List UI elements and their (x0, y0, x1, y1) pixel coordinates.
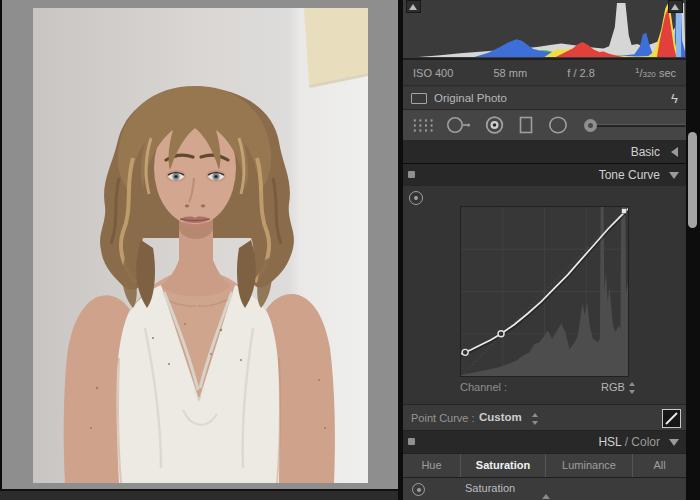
edit-point-curve-icon (663, 410, 680, 427)
tone-curve-plot[interactable] (460, 206, 629, 377)
tab-saturation[interactable]: Saturation (461, 454, 546, 477)
saturation-section-label: Saturation (465, 482, 515, 494)
filmstrip-top-bar (0, 489, 398, 500)
channel-updown-icon[interactable] (628, 382, 636, 394)
panel-content: ISO 400 58 mm f / 2.8 1/320 sec Original… (403, 0, 686, 500)
spot-removal-tool[interactable] (446, 115, 472, 135)
targeted-adjustment-icon[interactable] (412, 483, 425, 496)
graduated-filter-tool[interactable] (518, 115, 535, 135)
flash-icon[interactable]: ϟ (671, 92, 678, 105)
histogram-chart[interactable] (404, 3, 685, 57)
spot-removal-icon (446, 115, 472, 135)
aperture-value: f / 2.8 (567, 67, 595, 79)
tone-curve-chart[interactable] (461, 207, 628, 376)
channel-label: Channel : (460, 381, 507, 393)
tone-curve-panel-body: Channel : RGB (403, 186, 686, 404)
highlight-clipping-indicator[interactable] (668, 0, 683, 13)
histogram-panel[interactable] (403, 0, 686, 60)
tone-curve-panel-header[interactable]: Tone Curve (403, 164, 686, 186)
shutter-speed-value: 1/320 sec (635, 66, 676, 79)
brush-slider-track[interactable] (590, 124, 686, 127)
channel-row: Channel : RGB (403, 381, 686, 397)
portrait-photo[interactable] (33, 8, 368, 483)
panel-scrollbar[interactable] (686, 0, 700, 500)
expand-down-arrow-icon (669, 172, 679, 179)
original-photo-label: Original Photo (434, 92, 507, 104)
scroll-hint-icon (542, 494, 550, 499)
hsl-tab-bar: Hue Saturation Luminance All (403, 453, 686, 478)
point-curve-updown-icon[interactable] (531, 413, 539, 425)
red-eye-tool[interactable] (484, 115, 506, 135)
crop-overlay-icon (412, 118, 434, 133)
targeted-adjustment-icon[interactable] (409, 191, 423, 205)
graduated-filter-icon (518, 115, 535, 135)
panel-toggle-switch[interactable] (408, 171, 415, 178)
before-after-icon[interactable] (411, 93, 427, 104)
photo-canvas (2, 0, 398, 489)
tab-all[interactable]: All (633, 454, 686, 477)
focal-length-value: 58 mm (494, 67, 528, 79)
before-after-row: Original Photo ϟ (403, 87, 686, 110)
collapse-left-arrow-icon (671, 147, 678, 157)
radial-filter-icon (547, 115, 570, 135)
exif-info-row: ISO 400 58 mm f / 2.8 1/320 sec (403, 60, 686, 86)
develop-right-panel: ISO 400 58 mm f / 2.8 1/320 sec Original… (398, 0, 700, 500)
basic-panel-label: Basic (631, 145, 660, 159)
iso-value: ISO 400 (413, 67, 453, 79)
point-curve-label: Point Curve : (411, 412, 475, 424)
expand-down-arrow-icon (669, 439, 679, 446)
portrait-illustration (33, 8, 368, 483)
brush-slider-knob[interactable] (584, 119, 597, 132)
red-eye-icon (484, 115, 506, 135)
shadow-clipping-indicator[interactable] (406, 0, 421, 13)
crop-overlay-tool[interactable] (412, 118, 434, 133)
edit-point-curve-button[interactable] (662, 409, 681, 428)
scrollbar-thumb[interactable] (688, 132, 697, 228)
hsl-color-panel-label: HSL / Color (598, 435, 660, 449)
radial-filter-tool[interactable] (547, 115, 570, 135)
tab-luminance[interactable]: Luminance (546, 454, 633, 477)
point-curve-row: Point Curve : Custom (403, 404, 686, 431)
tool-strip (403, 110, 686, 141)
hsl-color-panel-header[interactable]: HSL / Color (403, 431, 686, 453)
channel-select[interactable]: RGB (601, 381, 625, 393)
triangle-icon (409, 4, 417, 10)
triangle-icon (671, 4, 679, 10)
adjustment-brush-tool[interactable] (584, 117, 674, 133)
panel-toggle-switch[interactable] (408, 438, 415, 445)
tone-curve-panel-label: Tone Curve (599, 168, 660, 182)
basic-panel-header[interactable]: Basic (403, 141, 686, 164)
point-curve-select[interactable]: Custom (479, 411, 522, 423)
tab-hue[interactable]: Hue (403, 454, 461, 477)
lightroom-develop-window: ISO 400 58 mm f / 2.8 1/320 sec Original… (0, 0, 700, 500)
